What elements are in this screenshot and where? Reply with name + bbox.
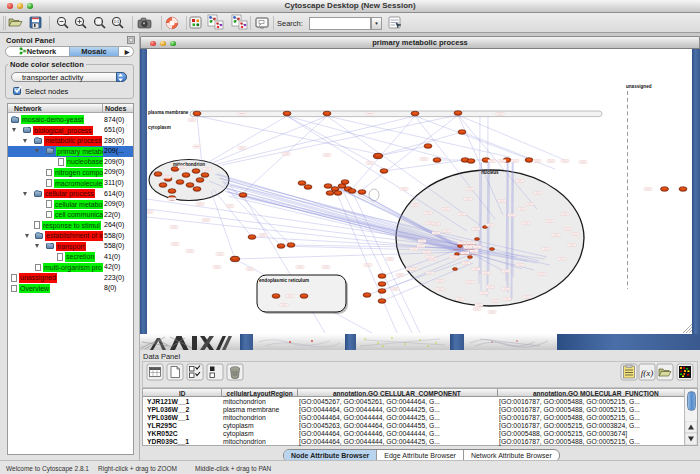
svg-text:plasma membrane: plasma membrane [148,110,189,115]
svg-text:1:1: 1:1 [114,19,120,24]
svg-text:nucleus: nucleus [481,170,499,175]
svg-text:f(x): f(x) [641,368,654,378]
svg-text:mitochondrion: mitochondrion [173,162,205,167]
svg-text:unassigned: unassigned [626,84,652,89]
svg-text:endoplasmic reticulum: endoplasmic reticulum [259,278,309,283]
svg-text:cytoplasm: cytoplasm [148,125,171,130]
